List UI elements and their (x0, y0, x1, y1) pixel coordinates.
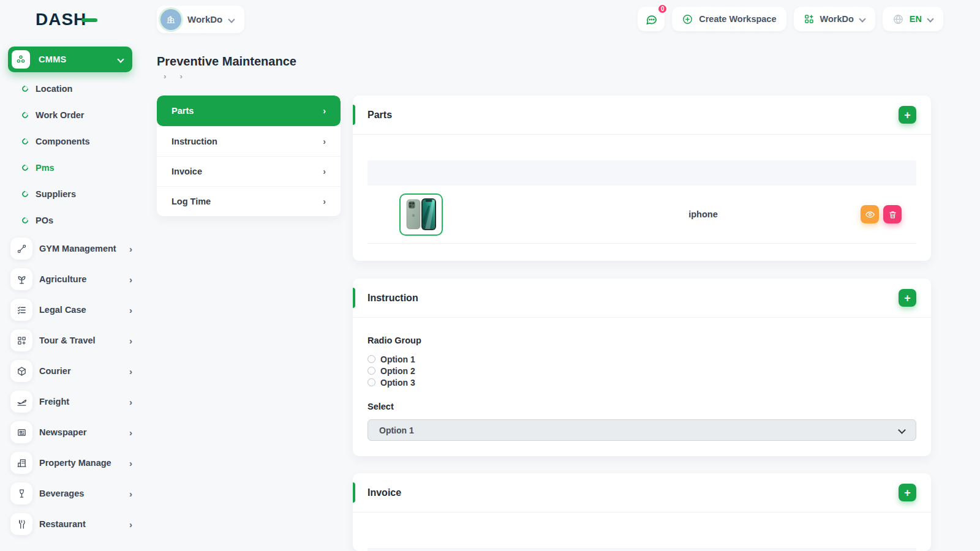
sidebar-item-location[interactable]: Location (0, 75, 145, 102)
sidebar-item-suppliers[interactable]: Suppliers (0, 181, 145, 207)
dumbbell-icon (10, 238, 32, 260)
topbar-actions: 0 Create Workspace WorkDo EN (638, 7, 943, 31)
sidebar-item-label: Location (36, 84, 72, 94)
chevron-right-icon (129, 489, 132, 499)
radio-button-icon[interactable] (368, 367, 375, 375)
sidebar-module-label: GYM Management (39, 244, 129, 253)
globe-icon (892, 13, 904, 25)
sidebar-module-label: Restaurant (39, 519, 129, 529)
dash-logo: DASH (36, 10, 97, 29)
chevron-down-icon (927, 16, 933, 22)
chevron-right-icon (129, 305, 132, 315)
parts-card: Parts + (353, 96, 931, 261)
sidebar-module-freight[interactable]: Freight (0, 386, 145, 417)
invoice-table-header-peek (368, 548, 916, 551)
workdo-menu-button[interactable]: WorkDo (794, 7, 875, 31)
messages-count-badge: 0 (657, 4, 668, 14)
breadcrumb-item-dashboard[interactable] (157, 72, 173, 81)
add-invoice-button[interactable]: + (899, 484, 916, 501)
sidebar-module-property-manage[interactable]: Property Manage (0, 448, 145, 478)
sidebar-module-label: Freight (39, 397, 129, 407)
sidebar-module-label: Property Manage (39, 458, 129, 468)
tab-parts[interactable]: Parts (157, 96, 341, 126)
sidebar-module-newspaper[interactable]: Newspaper (0, 417, 145, 448)
sidebar-item-work-order[interactable]: Work Order (0, 102, 145, 128)
bullet-circle-icon (21, 110, 29, 119)
tab-label: Parts (172, 106, 194, 116)
tab-log-time[interactable]: Log Time (157, 186, 341, 216)
chevron-right-icon (323, 197, 326, 206)
plant-icon (10, 268, 32, 290)
parts-card-title: Parts (368, 110, 899, 121)
tab-label: Instruction (172, 137, 217, 146)
create-workspace-button[interactable]: Create Workspace (672, 7, 786, 31)
wine-glass-icon (10, 482, 32, 504)
dash-logo-green-bar (81, 18, 97, 22)
page-title: Preventive Maintenance (157, 54, 296, 69)
add-instruction-button[interactable]: + (899, 289, 916, 307)
workspace-selector[interactable]: WorkDo (157, 6, 244, 33)
trash-icon (888, 210, 897, 219)
breadcrumb (157, 72, 189, 81)
tab-label: Log Time (172, 197, 211, 206)
sidebar-module-gym-management[interactable]: GYM Management (0, 233, 145, 264)
sidebar-item-components[interactable]: Components (0, 128, 145, 154)
building-icon (10, 452, 32, 474)
chevron-right-icon (323, 167, 326, 176)
radio-group: Option 1 Option 2 Option 3 (368, 353, 916, 388)
radio-option-label: Option 1 (380, 354, 415, 364)
sidebar-module-label: Tour & Travel (39, 335, 129, 345)
sidebar-item-label: Components (36, 137, 90, 146)
radio-button-icon[interactable] (368, 378, 375, 386)
cmms-submenu: Location Work Order Components Pms Suppl… (0, 75, 145, 233)
option-select[interactable]: Option 1 (368, 419, 916, 441)
instruction-card-header: Instruction + (353, 279, 931, 318)
radio-button-icon[interactable] (368, 355, 375, 363)
iphone-thumbnail[interactable] (399, 193, 443, 236)
sidebar-module-label: Courier (39, 366, 129, 376)
tab-instruction[interactable]: Instruction (157, 126, 341, 156)
tab-label: Invoice (172, 167, 202, 176)
accent-bar (353, 482, 355, 503)
sidebar-module-label: Newspaper (39, 427, 129, 437)
view-part-button[interactable] (861, 205, 879, 223)
sidebar-module-legal-case[interactable]: Legal Case (0, 294, 145, 325)
sidebar-item-pos[interactable]: POs (0, 207, 145, 233)
sidebar-module-courier[interactable]: Courier (0, 356, 145, 386)
language-selector[interactable]: EN (883, 7, 943, 31)
workspace-grid-icon (804, 13, 815, 24)
delete-part-button[interactable] (883, 205, 902, 223)
chevron-right-icon (129, 335, 132, 346)
bullet-circle-icon (21, 216, 29, 224)
add-part-button[interactable]: + (899, 106, 916, 124)
instruction-card-title: Instruction (368, 293, 899, 304)
sidebar-module-agriculture[interactable]: Agriculture (0, 264, 145, 294)
radio-option-option-1[interactable]: Option 1 (368, 353, 916, 365)
chat-bubble-icon (644, 12, 658, 26)
invoice-card: Invoice + (353, 473, 931, 551)
messages-button[interactable]: 0 (638, 7, 665, 31)
chevron-right-icon (129, 427, 132, 438)
sidebar-module-tour-travel[interactable]: Tour & Travel (0, 325, 145, 356)
sidebar-module-beverages[interactable]: Beverages (0, 478, 145, 509)
bullet-circle-icon (21, 137, 29, 145)
parts-card-header: Parts + (353, 96, 931, 135)
instruction-card: Instruction + Radio Group Option 1 Optio… (353, 279, 931, 456)
radio-option-label: Option 2 (380, 366, 415, 376)
parts-table: iphone (353, 135, 931, 244)
radio-group-label: Radio Group (368, 335, 421, 345)
sidebar-item-label: Suppliers (36, 189, 76, 199)
building-avatar-icon (160, 9, 181, 30)
eye-icon (865, 209, 875, 220)
sidebar-item-label: Work Order (36, 110, 85, 120)
accent-bar (353, 288, 355, 308)
breadcrumb-item-pms[interactable] (173, 72, 190, 81)
radio-option-option-2[interactable]: Option 2 (368, 365, 916, 377)
tab-invoice[interactable]: Invoice (157, 156, 341, 186)
sidebar-item-pms[interactable]: Pms (0, 154, 145, 181)
cmms-module-icon (12, 50, 30, 69)
radio-option-option-3[interactable]: Option 3 (368, 377, 916, 388)
sidebar-module-restaurant[interactable]: Restaurant (0, 509, 145, 539)
sidebar-item-cmms[interactable]: CMMS (8, 47, 132, 72)
plane-icon (10, 391, 32, 413)
